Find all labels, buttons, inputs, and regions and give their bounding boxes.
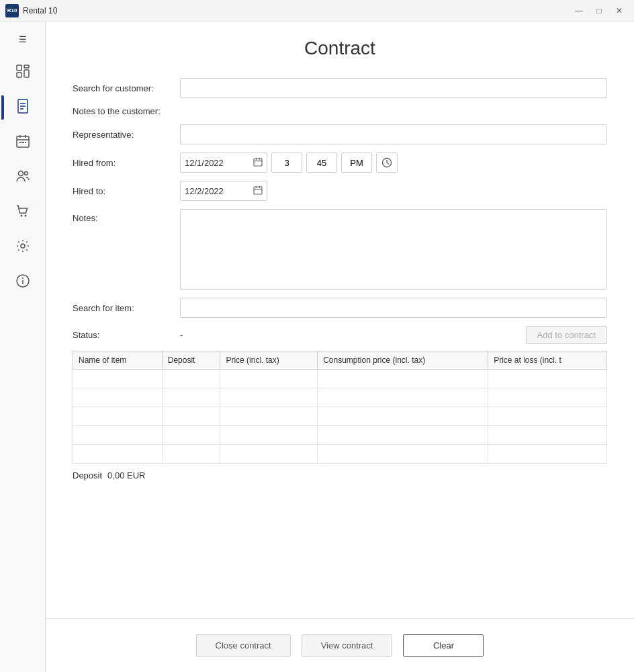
col-header-deposit: Deposit — [162, 351, 220, 370]
col-header-name: Name of item — [73, 351, 163, 370]
items-table: Name of item Deposit Price (incl. tax) C… — [73, 351, 607, 464]
sidebar-item-calendar[interactable] — [7, 126, 39, 159]
svg-line-29 — [387, 163, 389, 164]
svg-point-17 — [20, 214, 22, 216]
sidebar-item-customers[interactable] — [7, 161, 39, 194]
view-contract-button[interactable]: View contract — [302, 634, 393, 657]
notes-label: Notes: — [73, 209, 180, 223]
deposit-value: 0,00 EUR — [107, 470, 145, 480]
hired-from-group: 12/1/2022 — [180, 153, 607, 173]
close-contract-button[interactable]: Close contract — [196, 634, 291, 657]
customers-icon — [15, 169, 30, 187]
maximize-button[interactable]: □ — [590, 3, 608, 19]
hired-to-date-value: 12/2/2022 — [185, 186, 253, 196]
main-content: Contract Search for customer: Notes to t… — [46, 22, 634, 672]
status-label: Status: — [73, 330, 180, 340]
sidebar-item-info[interactable] — [7, 266, 39, 298]
notes-row: Notes: — [73, 209, 607, 290]
search-item-input[interactable] — [180, 298, 607, 318]
app-window: R10 Rental 10 — □ ✕ ☰ — [0, 0, 634, 672]
svg-rect-12 — [19, 142, 21, 143]
app-title: Rental 10 — [23, 6, 570, 15]
hired-from-label: Hired from: — [73, 158, 180, 168]
svg-point-16 — [24, 171, 28, 175]
search-customer-input[interactable] — [180, 78, 607, 98]
app-body: ☰ — [0, 22, 634, 672]
close-button[interactable]: ✕ — [610, 3, 629, 19]
content-area: Contract Search for customer: Notes to t… — [46, 22, 634, 618]
svg-point-22 — [22, 278, 24, 279]
table-row — [73, 407, 607, 426]
notes-textarea[interactable] — [180, 209, 607, 290]
search-item-row: Search for item: — [73, 298, 607, 318]
svg-rect-23 — [254, 159, 262, 166]
hired-from-clock-button[interactable] — [376, 153, 398, 173]
window-controls: — □ ✕ — [570, 3, 629, 19]
contract-icon — [15, 99, 30, 117]
notes-customer-row: Notes to the customer: — [73, 106, 607, 116]
hired-from-row: Hired from: 12/1/2022 — [73, 153, 607, 173]
bottom-bar: Close contract View contract Clear — [46, 618, 634, 672]
hired-from-calendar-icon — [253, 157, 263, 169]
table-header-row: Name of item Deposit Price (incl. tax) C… — [73, 351, 607, 370]
svg-rect-30 — [254, 187, 262, 194]
col-header-price: Price (incl. tax) — [220, 351, 318, 370]
table-row — [73, 370, 607, 388]
calendar-icon — [15, 134, 30, 152]
search-customer-label: Search for customer: — [73, 83, 180, 93]
hired-from-hour-input[interactable] — [271, 153, 302, 173]
representative-input[interactable] — [180, 124, 607, 144]
sidebar: ☰ — [0, 22, 46, 672]
svg-point-15 — [18, 171, 23, 175]
svg-rect-3 — [24, 70, 29, 77]
representative-row: Representative: — [73, 124, 607, 144]
sidebar-item-settings[interactable] — [7, 231, 39, 263]
page-title: Contract — [73, 38, 607, 59]
hired-from-ampm-input[interactable] — [341, 153, 372, 173]
col-header-price-at-loss: Price at loss (incl. t — [488, 351, 607, 370]
settings-icon — [15, 239, 30, 257]
svg-point-19 — [21, 244, 25, 248]
svg-rect-0 — [17, 65, 21, 71]
titlebar: R10 Rental 10 — □ ✕ — [0, 0, 634, 22]
representative-label: Representative: — [73, 130, 180, 140]
hired-from-minute-input[interactable] — [306, 153, 337, 173]
info-icon — [15, 274, 30, 292]
table-row — [73, 426, 607, 445]
notes-customer-label: Notes to the customer: — [73, 106, 180, 116]
hired-to-calendar-icon — [253, 185, 263, 197]
add-to-contract-button[interactable]: Add to contract — [526, 326, 607, 344]
hired-to-row: Hired to: 12/2/2022 — [73, 181, 607, 201]
minimize-button[interactable]: — — [570, 3, 588, 19]
hired-from-date-picker[interactable]: 12/1/2022 — [180, 153, 267, 173]
hired-to-label: Hired to: — [73, 186, 180, 196]
deposit-row: Deposit 0,00 EUR — [73, 470, 607, 480]
status-row: Status: - Add to contract — [73, 326, 607, 344]
sidebar-item-cart[interactable] — [7, 196, 39, 228]
status-value: - — [180, 330, 526, 340]
table-row — [73, 388, 607, 407]
table-row — [73, 445, 607, 464]
hired-from-date-value: 12/1/2022 — [185, 158, 253, 168]
sidebar-item-dashboard[interactable] — [7, 56, 39, 89]
deposit-label: Deposit — [73, 470, 102, 480]
hired-to-date-picker[interactable]: 12/2/2022 — [180, 181, 267, 201]
dashboard-icon — [15, 64, 30, 82]
svg-rect-1 — [17, 73, 21, 77]
col-header-consumption-price: Consumption price (incl. tax) — [318, 351, 488, 370]
svg-rect-13 — [22, 142, 24, 143]
hamburger-icon: ☰ — [19, 34, 27, 44]
clear-button[interactable]: Clear — [403, 634, 484, 657]
search-customer-row: Search for customer: — [73, 78, 607, 98]
sidebar-menu-button[interactable]: ☰ — [9, 27, 36, 51]
cart-icon — [15, 204, 30, 222]
svg-point-18 — [24, 214, 26, 216]
app-logo: R10 — [5, 4, 19, 17]
search-item-label: Search for item: — [73, 303, 180, 313]
hired-to-group: 12/2/2022 — [180, 181, 607, 201]
sidebar-item-contract[interactable] — [7, 91, 39, 124]
svg-rect-2 — [24, 65, 29, 68]
svg-rect-14 — [25, 142, 26, 143]
